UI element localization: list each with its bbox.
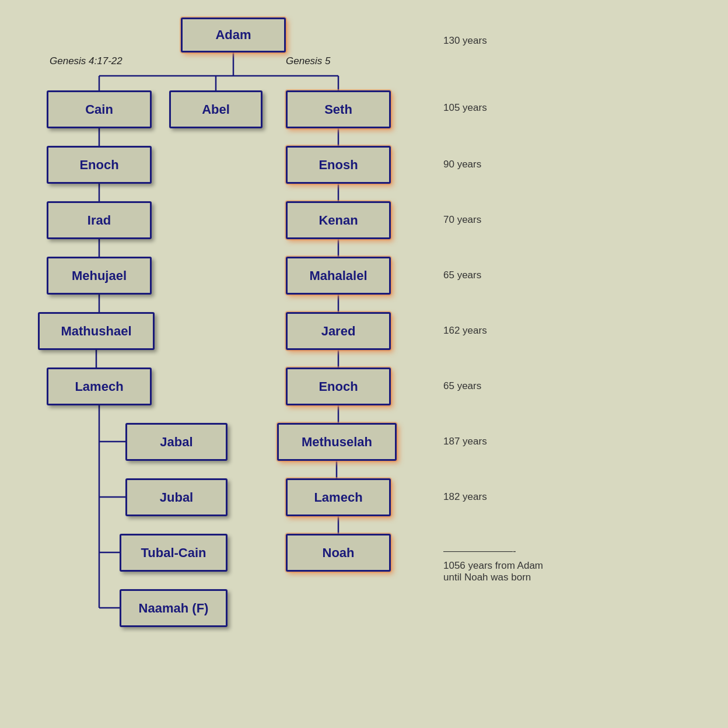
- tree-container: Genesis 4:17-22 Genesis 5 AdamCainAbelSe…: [0, 0, 728, 728]
- years-label-11: until Noah was born: [443, 572, 531, 583]
- genesis-5-label: Genesis 5: [286, 55, 331, 67]
- node-naamah: Naamah (F): [120, 589, 228, 627]
- node-mathushael: Mathushael: [38, 312, 155, 350]
- node-jubal: Jubal: [125, 478, 228, 516]
- node-jabal: Jabal: [125, 423, 228, 461]
- node-methuselah: Methuselah: [277, 423, 397, 461]
- node-enosh: Enosh: [286, 146, 391, 184]
- node-jared: Jared: [286, 312, 391, 350]
- years-label-5: 162 years: [443, 325, 487, 337]
- node-adam: Adam: [181, 18, 286, 52]
- years-label-9: ———————-: [443, 545, 516, 557]
- years-label-0: 130 years: [443, 35, 487, 47]
- node-mahalalel: Mahalalel: [286, 257, 391, 295]
- node-irad: Irad: [47, 201, 152, 239]
- node-mehujael: Mehujael: [47, 257, 152, 295]
- node-cain: Cain: [47, 90, 152, 128]
- years-label-8: 182 years: [443, 491, 487, 503]
- years-label-10: 1056 years from Adam: [443, 560, 543, 572]
- node-seth: Seth: [286, 90, 391, 128]
- years-label-6: 65 years: [443, 380, 481, 392]
- years-label-4: 65 years: [443, 270, 481, 281]
- node-enoch_cain: Enoch: [47, 146, 152, 184]
- node-enoch_seth: Enoch: [286, 368, 391, 405]
- years-label-3: 70 years: [443, 214, 481, 226]
- node-noah: Noah: [286, 534, 391, 572]
- node-lamech_seth: Lamech: [286, 478, 391, 516]
- genesis-4-label: Genesis 4:17-22: [50, 55, 123, 67]
- node-abel: Abel: [169, 90, 262, 128]
- years-label-7: 187 years: [443, 436, 487, 447]
- years-label-2: 90 years: [443, 159, 481, 170]
- node-kenan: Kenan: [286, 201, 391, 239]
- node-lamech_cain: Lamech: [47, 368, 152, 405]
- node-tubal_cain: Tubal-Cain: [120, 534, 228, 572]
- years-label-1: 105 years: [443, 102, 487, 114]
